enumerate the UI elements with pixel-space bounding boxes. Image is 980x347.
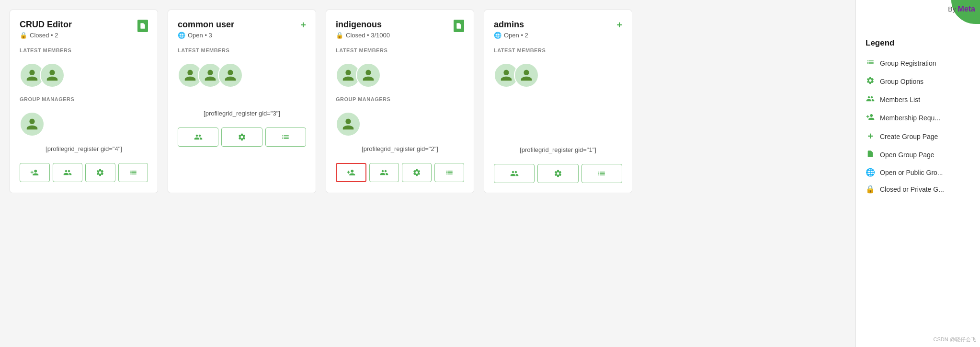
latest-members-avatars xyxy=(20,63,148,88)
legend-label: Group Options xyxy=(880,78,923,85)
action-buttons xyxy=(178,127,306,147)
doc-icon xyxy=(866,150,875,160)
group-card-admins: admins 🌐 Open • 2 + LATEST MEMBERS xyxy=(484,10,632,193)
card-title: CRUD Editor xyxy=(20,20,72,30)
people-icon xyxy=(866,94,875,105)
action-buttons xyxy=(20,163,148,182)
card-status-text: Closed • 3/1000 xyxy=(346,32,390,39)
card-title: common user xyxy=(178,20,234,30)
group-options-button[interactable] xyxy=(537,164,578,183)
card-title-section: admins 🌐 Open • 2 xyxy=(494,20,528,39)
legend-label: Membership Requ... xyxy=(880,114,940,122)
card-header: indigenous 🔒 Closed • 3/1000 xyxy=(336,20,464,39)
avatar xyxy=(218,63,243,88)
members-list-button[interactable] xyxy=(369,163,399,182)
shortcode: [profilegrid_register gid="2"] xyxy=(336,145,464,152)
legend-label: Closed or Private G... xyxy=(880,185,944,193)
latest-members-label: LATEST MEMBERS xyxy=(20,46,148,54)
add-group-button[interactable]: + xyxy=(300,20,306,31)
latest-members-avatars xyxy=(494,63,622,88)
watermark: CSDN @晓仔会飞 xyxy=(934,336,976,343)
avatar xyxy=(40,63,65,88)
members-list-button[interactable] xyxy=(494,164,535,183)
list-icon xyxy=(866,58,875,69)
lock-icon: 🔒 xyxy=(20,32,27,39)
group-registration-button[interactable] xyxy=(118,163,148,182)
shortcode: [profilegrid_register gid="3"] xyxy=(178,110,306,117)
card-title-section: CRUD Editor 🔒 Closed • 2 xyxy=(20,20,72,39)
legend-label: Open or Public Gro... xyxy=(880,169,943,176)
card-header: common user 🌐 Open • 3 + xyxy=(178,20,306,39)
card-status-text: Open • 2 xyxy=(504,32,528,39)
group-managers-label: GROUP MANAGERS xyxy=(336,94,464,103)
group-card-crud-editor: CRUD Editor 🔒 Closed • 2 LATEST MEMBERS xyxy=(10,10,158,193)
latest-members-label: LATEST MEMBERS xyxy=(336,46,464,54)
legend-label: Members List xyxy=(880,96,920,104)
doc-icon xyxy=(454,20,464,32)
shortcode: [profilegrid_register gid="1"] xyxy=(494,146,622,153)
doc-icon xyxy=(137,20,148,32)
legend-label: Create Group Page xyxy=(880,133,938,140)
globe-icon: 🌐 xyxy=(866,168,875,177)
membership-request-button[interactable] xyxy=(20,163,50,182)
legend-item-membership-request: Membership Requ... xyxy=(866,111,970,125)
sidebar: By Meta Legend Group Registration Group … xyxy=(855,0,980,347)
members-list-button[interactable] xyxy=(178,127,218,147)
latest-members-label: LATEST MEMBERS xyxy=(494,46,622,54)
add-person-icon xyxy=(866,113,875,123)
shortcode: [profilegrid_register gid="4"] xyxy=(20,145,148,152)
group-options-button[interactable] xyxy=(402,163,432,182)
card-title: admins xyxy=(494,20,528,30)
members-list-button[interactable] xyxy=(53,163,83,182)
action-buttons xyxy=(494,164,622,183)
legend-item-create-group: + Create Group Page xyxy=(866,129,970,143)
card-status-text: Open • 3 xyxy=(188,32,212,39)
avatar xyxy=(514,63,539,88)
lock-icon: 🔒 xyxy=(336,32,343,39)
latest-members-avatars xyxy=(336,63,464,88)
globe-icon: 🌐 xyxy=(494,32,501,39)
card-header: admins 🌐 Open • 2 + xyxy=(494,20,622,39)
add-group-button[interactable]: + xyxy=(616,20,622,31)
lock-icon: 🔒 xyxy=(866,185,875,194)
card-status: 🔒 Closed • 2 xyxy=(20,32,72,39)
card-header: CRUD Editor 🔒 Closed • 2 xyxy=(20,20,148,39)
group-managers-label: GROUP MANAGERS xyxy=(20,94,148,103)
card-status: 🌐 Open • 2 xyxy=(494,32,528,39)
avatar xyxy=(20,112,45,137)
action-buttons xyxy=(336,163,464,182)
group-registration-button[interactable] xyxy=(434,163,464,182)
legend-item-open-group-page: Open Group Page xyxy=(866,148,970,162)
group-managers-avatars xyxy=(20,112,148,137)
gear-icon xyxy=(866,76,875,87)
card-title-section: indigenous 🔒 Closed • 3/1000 xyxy=(336,20,390,39)
group-options-button[interactable] xyxy=(85,163,115,182)
cards-container: CRUD Editor 🔒 Closed • 2 LATEST MEMBERS xyxy=(10,10,846,193)
legend-item-group-options: Group Options xyxy=(866,75,970,88)
plus-icon: + xyxy=(866,131,875,142)
main-content: CRUD Editor 🔒 Closed • 2 LATEST MEMBERS xyxy=(0,0,855,347)
card-status-text: Closed • 2 xyxy=(30,32,58,39)
group-registration-button[interactable] xyxy=(581,164,622,183)
legend-item-open-public-group: 🌐 Open or Public Gro... xyxy=(866,166,970,178)
avatar xyxy=(356,63,381,88)
legend-item-members-list: Members List xyxy=(866,93,970,106)
group-card-indigenous: indigenous 🔒 Closed • 3/1000 LATEST MEMB… xyxy=(326,10,474,193)
globe-icon: 🌐 xyxy=(178,32,185,39)
legend-label: Open Group Page xyxy=(880,151,934,159)
card-status: 🌐 Open • 3 xyxy=(178,32,234,39)
card-title: indigenous xyxy=(336,20,390,30)
card-status: 🔒 Closed • 3/1000 xyxy=(336,32,390,39)
group-registration-button[interactable] xyxy=(265,127,306,147)
avatar xyxy=(336,112,361,137)
group-options-button[interactable] xyxy=(221,127,262,147)
brand-name: Meta xyxy=(958,5,975,13)
latest-members-label: LATEST MEMBERS xyxy=(178,46,306,54)
membership-request-button[interactable] xyxy=(336,163,366,182)
group-card-common-user: common user 🌐 Open • 3 + LATEST MEMBERS xyxy=(168,10,316,193)
legend-title: Legend xyxy=(866,38,970,48)
legend-item-closed-private-group: 🔒 Closed or Private G... xyxy=(866,183,970,195)
group-managers-avatars xyxy=(336,112,464,137)
legend-item-group-registration: Group Registration xyxy=(866,57,970,70)
sidebar-brand: By Meta xyxy=(948,5,975,13)
